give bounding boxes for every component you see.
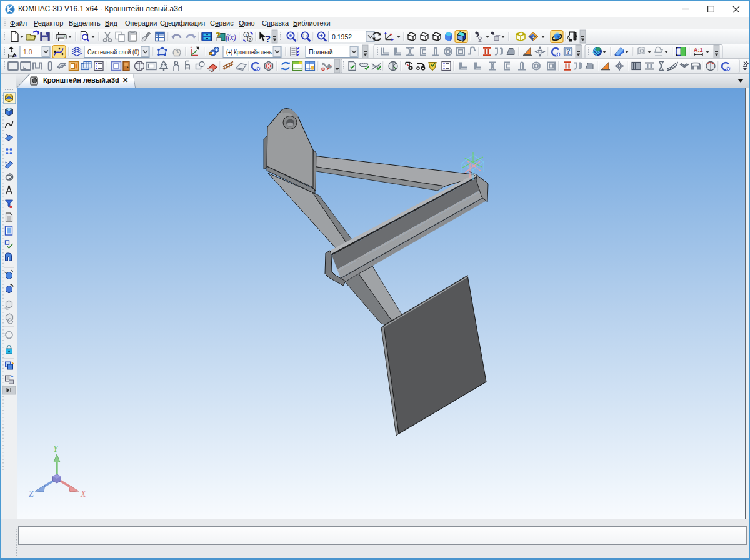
svg-text:2: 2 bbox=[249, 38, 251, 42]
svg-text:Системный слой (0): Системный слой (0) bbox=[88, 48, 139, 56]
svg-text:f(x): f(x) bbox=[226, 33, 236, 42]
svg-text:?: ? bbox=[566, 48, 570, 55]
svg-text:Полный: Полный bbox=[309, 48, 333, 56]
svg-text:1.0: 1.0 bbox=[23, 48, 32, 56]
svg-text:Z: Z bbox=[29, 489, 34, 499]
svg-text:A:1: A:1 bbox=[694, 47, 703, 53]
svg-text:Y: Y bbox=[53, 444, 59, 454]
svg-text:X: X bbox=[80, 489, 86, 499]
svg-text:0.1952: 0.1952 bbox=[332, 33, 352, 41]
svg-text:?: ? bbox=[265, 33, 271, 44]
svg-text:(+) Кронштейн левь: (+) Кронштейн левь bbox=[226, 48, 272, 56]
svg-text:1: 1 bbox=[245, 33, 248, 38]
